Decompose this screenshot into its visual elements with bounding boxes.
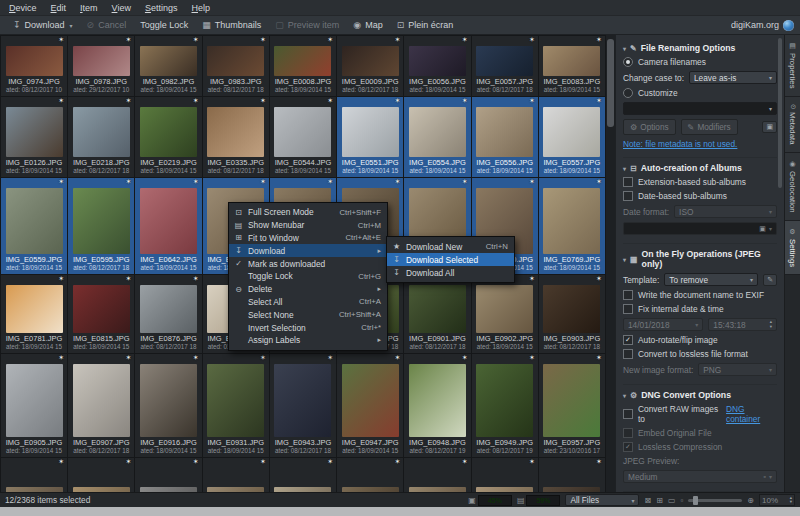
menu-item-toggle-lock[interactable]: Toggle LockCtrl+G	[229, 270, 387, 283]
radio-customize[interactable]: Customize	[623, 88, 777, 98]
thumbnail-cell-img-e0557-jpg[interactable]: ✶IMG_E0557.JPGated: 18/09/2014 15	[539, 97, 605, 177]
checkbox-convert-to-lossless-file-format[interactable]: Convert to lossless file format	[623, 349, 777, 359]
thumbnail-cell[interactable]: ✶	[472, 458, 538, 492]
menu-item-fit-to-window[interactable]: ⊞Fit to WindowCtrl+Alt+E	[229, 232, 387, 245]
thumbnail-cell[interactable]: ✶	[68, 458, 134, 492]
toolbar-download-button[interactable]: ↧Download▾	[6, 18, 80, 32]
thumbnail-cell-img-0983-jpg[interactable]: ✶IMG_0983.JPGated: 08/12/2017 18	[203, 36, 269, 96]
thumbnail-cell-img-e0907-jpg[interactable]: ✶IMG_E0907.JPGated: 08/12/2017 18	[68, 354, 134, 457]
thumbnail-cell-img-e0126-jpg[interactable]: ✶IMG_E0126.JPGated: 18/09/2014 15	[1, 97, 67, 177]
small-thumbs-icon[interactable]: ▫	[680, 496, 683, 505]
menu-item-invert-selection[interactable]: Invert SelectionCtrl+*	[229, 321, 387, 334]
thumbnail-cell-img-e0551-jpg[interactable]: ✶IMG_E0551.JPGated: 18/09/2014 15	[337, 97, 403, 177]
thumbnail-cell-img-e0949-jpg[interactable]: ✶IMG_E0949.JPGated: 08/12/2017 19	[472, 354, 538, 457]
checkbox-write-the-document-name-to-exif[interactable]: Write the document name to EXIF	[623, 290, 777, 300]
zoom-level-spinbox[interactable]: 10%▴▾	[759, 494, 795, 506]
file-filter-combo[interactable]: All Files▾	[565, 494, 639, 506]
menu-item-select-none[interactable]: Select NoneCtrl+Shift+A	[229, 308, 387, 321]
thumbnail-cell-img-e0218-jpg[interactable]: ✶IMG_E0218.JPGated: 08/12/2017 18	[68, 97, 134, 177]
toolbar-map-button[interactable]: ◉Map	[346, 18, 389, 32]
thumbnail-cell-img-e0219-jpg[interactable]: ✶IMG_E0219.JPGated: 18/09/2014 15	[135, 97, 201, 177]
thumbnail-cell-img-e0902-jpg[interactable]: ✶IMG_E0902.JPGated: 18/09/2014 15	[472, 275, 538, 353]
thumbnail-cell-img-e0335-jpg[interactable]: ✶IMG_E0335.JPGated: 08/12/2017 18	[203, 97, 269, 177]
menu-item-show-menubar[interactable]: ▤Show MenubarCtrl+M	[229, 219, 387, 232]
thumbnail-cell-img-0982-jpg[interactable]: ✶IMG_0982.JPGated: 18/09/2014 15	[135, 36, 201, 96]
submenu-item-download-selected[interactable]: ↧Download Selected	[387, 253, 514, 266]
menubar-item-view[interactable]: View	[105, 1, 138, 15]
side-tab-properties[interactable]: ▤Properties	[785, 35, 800, 97]
toolbar-fullscreen-button[interactable]: ⊡Plein écran	[390, 18, 461, 32]
edit-template-icon[interactable]: ✎	[763, 274, 777, 286]
grid-scrollbar-thumb[interactable]	[607, 39, 614, 127]
thumbnail-cell-img-0974-jpg[interactable]: ✶IMG_0974.JPGated: 08/12/2017 10	[1, 36, 67, 96]
checkbox-embed-original-file[interactable]: Embed Original File	[623, 428, 777, 438]
thumbnail-cell-img-e0957-jpg[interactable]: ✶IMG_E0957.JPGated: 23/10/2016 17	[539, 354, 605, 457]
section-header-on-the-fly-operations-jpeg-only[interactable]: ▾▦On the Fly Operations (JPEG only)	[623, 249, 777, 269]
thumbnail-cell-img-e0559-jpg[interactable]: ✶IMG_E0559.JPGated: 18/09/2014 15	[1, 178, 67, 274]
menubar-item-help[interactable]: Help	[184, 1, 217, 15]
thumbnail-cell-img-e0876-jpg[interactable]: ✶IMG_E0876.JPGated: 08/12/2017 18	[135, 275, 201, 353]
menu-item-download[interactable]: ↧Download▸	[229, 244, 387, 257]
slider-thumb[interactable]	[693, 496, 698, 505]
checkbox-extension-based-sub-albums[interactable]: Extension-based sub-albums	[623, 177, 777, 187]
side-tab-metadata[interactable]: ⊙Metadata	[785, 97, 800, 153]
thumbnail-cell-img-e0815-jpg[interactable]: ✶IMG_E0815.JPGated: 18/09/2014 15	[68, 275, 134, 353]
thumbnail-cell-img-e0769-jpg[interactable]: ✶IMG_E0769.JPGated: 18/09/2014 15	[539, 178, 605, 274]
side-tab-settings[interactable]: ⚙Settings	[785, 221, 800, 275]
grid-scrollbar[interactable]	[606, 35, 615, 492]
thumbnail-cell-img-e0057-jpg[interactable]: ✶IMG_E0057.JPGated: 08/12/2017 18	[472, 36, 538, 96]
thumbnail-cell-img-e0905-jpg[interactable]: ✶IMG_E0905.JPGated: 18/09/2014 15	[1, 354, 67, 457]
menubar-item-settings[interactable]: Settings	[138, 1, 185, 15]
thumbnail-cell-img-e0947-jpg[interactable]: ✶IMG_E0947.JPGated: 18/09/2014 15	[337, 354, 403, 457]
thumbnail-cell[interactable]: ✶	[270, 458, 336, 492]
thumbnail-cell[interactable]: ✶	[203, 458, 269, 492]
menu-item-delete[interactable]: ⊖Delete▸	[229, 283, 387, 296]
submenu-item-download-all[interactable]: ↧Download All	[387, 266, 514, 279]
thumbnail-cell-img-e0595-jpg[interactable]: ✶IMG_E0595.JPGated: 08/12/2017 18	[68, 178, 134, 274]
side-tab-geolocation[interactable]: ◉Geolocation	[785, 153, 800, 221]
radio-camera-filenames[interactable]: Camera filenames	[623, 57, 777, 67]
thumbnail-cell-img-e0642-jpg[interactable]: ✶IMG_E0642.JPGated: 18/09/2014 15	[135, 178, 201, 274]
thumbnail-cell-img-e0008-jpg[interactable]: ✶IMG_E0008.JPGated: 18/09/2014 15	[270, 36, 336, 96]
thumbnail-cell[interactable]: ✶	[539, 458, 605, 492]
section-header-file-renaming-options[interactable]: ▾✎File Renaming Options	[623, 43, 777, 53]
thumbnail-cell-img-e0931-jpg[interactable]: ✶IMG_E0931.JPGated: 18/09/2014 15	[203, 354, 269, 457]
checkbox-convert-raw-images-to[interactable]: Convert RAW images to DNG container	[623, 404, 777, 424]
thumbnail-size-slider[interactable]	[688, 499, 742, 502]
submenu-item-download-new[interactable]: ★Download NewCtrl+N	[387, 240, 514, 253]
checkbox-auto-rotate-flip-image[interactable]: ✓Auto-rotate/flip image	[623, 335, 777, 345]
thumbnail-cell-img-e0554-jpg[interactable]: ✶IMG_E0554.JPGated: 18/09/2014 15	[404, 97, 470, 177]
thumbnail-cell-img-e0916-jpg[interactable]: ✶IMG_E0916.JPGated: 18/09/2014 15	[135, 354, 201, 457]
section-header-auto-creation-of-albums[interactable]: ▾⊟Auto-creation of Albums	[623, 163, 777, 173]
thumbnail-cell[interactable]: ✶	[337, 458, 403, 492]
thumbnail-cell-img-e0056-jpg[interactable]: ✶IMG_E0056.JPGated: 18/09/2014 15	[404, 36, 470, 96]
checkbox-date-based-sub-albums[interactable]: Date-based sub-albums	[623, 191, 777, 201]
menubar-item-edit[interactable]: Edit	[44, 1, 74, 15]
thumbnail-cell-img-0978-jpg[interactable]: ✶IMG_0978.JPGated: 29/12/2017 10	[68, 36, 134, 96]
thumbnail-cell-img-e0009-jpg[interactable]: ✶IMG_E0009.JPGated: 08/12/2017 18	[337, 36, 403, 96]
thumbnail-cell[interactable]: ✶	[404, 458, 470, 492]
toolbar-thumbnails-button[interactable]: ▦Thumbnails	[195, 18, 268, 32]
zoom-100-icon[interactable]: ▭	[668, 496, 676, 505]
fit-select-icon[interactable]: ⊠	[644, 496, 651, 505]
insert-token-icon[interactable]: ▣	[762, 121, 777, 133]
thumbnail-cell-img-e0083-jpg[interactable]: ✶IMG_E0083.JPGated: 18/09/2014 15	[539, 36, 605, 96]
menubar-item-item[interactable]: Item	[73, 1, 105, 15]
link-dng-container[interactable]: DNG container	[726, 404, 777, 424]
sidebar-scrollbar[interactable]	[778, 38, 782, 188]
zoom-fit-icon[interactable]: ⊞	[656, 496, 663, 505]
combo-change-case-to[interactable]: Leave as-is▾	[689, 71, 777, 84]
thumbnail-cell-img-e0943-jpg[interactable]: ✶IMG_E0943.JPGated: 08/12/2017 18	[270, 354, 336, 457]
preview-size-icon[interactable]: ▫	[764, 473, 766, 480]
checkbox-lossless-compression[interactable]: ✓Lossless Compression	[623, 442, 777, 452]
menu-item-mark-as-downloaded[interactable]: ✓Mark as downloaded	[229, 257, 387, 270]
section-header-dng-convert-options[interactable]: ▾⚙DNG Convert Options	[623, 390, 777, 400]
menubar-item-device[interactable]: Device	[2, 1, 44, 15]
menu-item-full-screen-mode[interactable]: ⊡Full Screen ModeCtrl+Shift+F	[229, 206, 387, 219]
thumbnail-cell-img-e0544-jpg[interactable]: ✶IMG_E0544.JPGated: 18/09/2014 15	[270, 97, 336, 177]
thumbnail-cell-img-e0556-jpg[interactable]: ✶IMG_E0556.JPGated: 18/09/2014 15	[472, 97, 538, 177]
menu-item-assign-labels[interactable]: Assign Labels▸	[229, 334, 387, 347]
thumbnail-cell-img-e0781-jpg[interactable]: ✶IMG_E0781.JPGated: 18/09/2014 15	[1, 275, 67, 353]
thumbnail-cell-img-e0903-jpg[interactable]: ✶IMG_E0903.JPGated: 08/12/2017 18	[539, 275, 605, 353]
combo-field[interactable]: ▾	[623, 102, 777, 115]
